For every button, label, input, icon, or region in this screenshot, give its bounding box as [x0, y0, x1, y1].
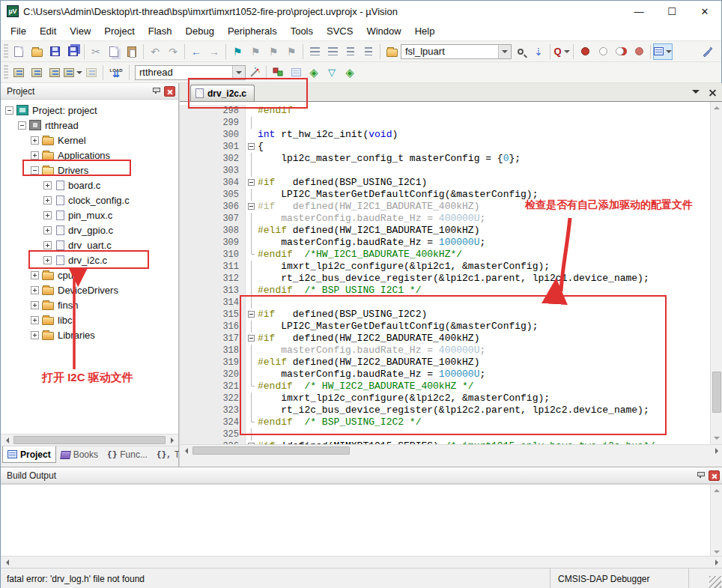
tree-item-drivers[interactable]: Drivers	[1, 163, 178, 178]
code-line-307[interactable]: 307 masterConfig.baudRate_Hz = 400000U;	[180, 213, 722, 225]
code-line-309[interactable]: 309 masterConfig.baudRate_Hz = 100000U;	[180, 237, 722, 249]
search-combo[interactable]: fsl_lpuart	[401, 44, 512, 59]
tab-list-dropdown[interactable]	[692, 90, 700, 97]
code-line-315[interactable]: 315#if defined(BSP_USING_I2C2)	[180, 309, 722, 321]
scroll-right-button[interactable]	[711, 445, 722, 456]
menu-help[interactable]: Help	[408, 22, 442, 40]
panel-tab-project[interactable]: Project	[2, 446, 56, 463]
menu-svcs[interactable]: SVCS	[320, 22, 360, 40]
expand-icon[interactable]	[43, 211, 52, 219]
select-packs-button[interactable]: ◈	[341, 64, 359, 81]
fold-margin[interactable]	[246, 392, 258, 404]
fold-margin[interactable]	[246, 345, 258, 357]
code-line-310[interactable]: 310#endif /*HW_I2C1_BADURATE_400kHZ*/	[180, 249, 722, 261]
expand-icon[interactable]	[31, 286, 39, 294]
bookmark-clear-all-button[interactable]: ⚑	[282, 43, 300, 60]
expand-icon[interactable]	[43, 181, 52, 190]
comment-button[interactable]	[342, 43, 360, 60]
paste-button[interactable]	[123, 43, 141, 60]
collapse-icon[interactable]	[5, 106, 13, 115]
translate-file-button[interactable]	[10, 64, 28, 81]
scroll-up-button[interactable]	[711, 102, 722, 113]
tree-item-pin-mux-c[interactable]: pin_mux.c	[1, 207, 178, 222]
tree-item-clock-config-c[interactable]: clock_config.c	[1, 193, 178, 207]
fold-margin[interactable]	[246, 273, 258, 285]
code-line-321[interactable]: 321#endif /* HW_I2C2_BADURATE_400kHZ */	[180, 381, 722, 392]
stop-build-button[interactable]	[82, 64, 100, 81]
code-line-302[interactable]: 302 lpi2c_master_config_t masterConfig =…	[180, 153, 722, 165]
fold-collapse-icon[interactable]	[248, 143, 255, 150]
menu-file[interactable]: File	[4, 22, 33, 40]
expand-icon[interactable]	[31, 271, 39, 279]
fold-margin[interactable]	[246, 285, 258, 297]
manage-rte-button[interactable]: ▽	[323, 64, 341, 81]
indent-button[interactable]	[306, 43, 324, 60]
code-line-304[interactable]: 304#if defined(BSP_USING_I2C1)	[180, 177, 722, 189]
menu-debug[interactable]: Debug	[179, 22, 221, 40]
code-line-316[interactable]: 316 LPI2C_MasterGetDefaultConfig(&master…	[180, 321, 722, 333]
bookmark-prev-button[interactable]: ⚑	[246, 43, 264, 60]
scroll-left-button[interactable]	[1, 557, 13, 568]
window-layout-button[interactable]	[653, 43, 673, 60]
tree-item-libc[interactable]: libc	[1, 312, 178, 327]
scroll-right-button[interactable]	[711, 557, 722, 568]
fold-margin[interactable]	[246, 237, 258, 249]
panel-tab-functions[interactable]: {}Func...	[103, 446, 152, 463]
code-line-319[interactable]: 319#elif defined(HW_I2C2_BADURATE_100kHZ…	[180, 357, 722, 369]
enable-disable-breakpoint-button[interactable]	[594, 43, 612, 60]
scroll-thumb[interactable]	[13, 436, 166, 444]
search-combo-dropdown[interactable]	[498, 45, 511, 58]
pack-installer-button[interactable]: ◈	[305, 64, 323, 81]
batch-build-button[interactable]	[64, 64, 82, 81]
find-in-files-dialog-button[interactable]	[383, 43, 401, 60]
save-all-button[interactable]	[64, 43, 82, 60]
fold-margin[interactable]	[246, 404, 258, 416]
code-line-322[interactable]: 322 imxrt_lpi2c_configure(&lpi2c2, &mast…	[180, 392, 722, 404]
toolbar-drag-handle[interactable]	[4, 65, 8, 80]
fold-margin[interactable]	[246, 309, 258, 321]
scroll-right-button[interactable]	[166, 434, 178, 446]
code-line-303[interactable]: 303	[180, 165, 722, 177]
toolbar-drag-handle[interactable]	[4, 44, 8, 59]
target-combo-dropdown[interactable]	[232, 66, 245, 79]
fold-margin[interactable]	[246, 357, 258, 369]
open-file-button[interactable]	[28, 43, 46, 60]
configure-tools-button[interactable]	[699, 43, 717, 60]
navigate-back-button[interactable]: ←	[187, 43, 205, 60]
code-line-313[interactable]: 313#endif /* BSP USING I2C1 */	[180, 285, 722, 297]
code-line-324[interactable]: 324#endif /* BSP_USING_I2C2 */	[180, 416, 722, 428]
code-line-306[interactable]: 306#if defined(HW_I2C1_BADURATE_400kHZ)	[180, 201, 722, 213]
menu-flash[interactable]: Flash	[142, 22, 179, 40]
maximize-button[interactable]: ☐	[655, 1, 688, 22]
menu-edit[interactable]: Edit	[33, 22, 63, 40]
build-output-hscrollbar[interactable]	[1, 556, 722, 568]
minimize-button[interactable]: —	[622, 1, 655, 22]
fold-margin[interactable]	[246, 261, 258, 273]
code-line-311[interactable]: 311 imxrt_lpi2c_configure(&lpi2c1, &mast…	[180, 261, 722, 273]
new-file-button[interactable]	[10, 43, 28, 60]
scroll-left-button[interactable]	[180, 445, 192, 456]
resize-grip[interactable]	[709, 576, 721, 588]
disable-all-breakpoints-button[interactable]	[612, 43, 630, 60]
expand-icon[interactable]	[43, 256, 52, 264]
tree-item-drv-uart-c[interactable]: drv_uart.c	[1, 237, 178, 252]
collapse-icon[interactable]	[18, 121, 26, 130]
file-tab-drv-i2c[interactable]: drv_i2c.c	[190, 85, 255, 101]
build-button[interactable]	[28, 64, 46, 81]
fold-margin[interactable]	[246, 381, 258, 392]
scroll-down-button[interactable]	[711, 433, 722, 444]
kill-all-breakpoints-button[interactable]	[630, 43, 648, 60]
tree-item-drv-gpio-c[interactable]: drv_gpio.c	[1, 222, 178, 237]
fold-margin[interactable]	[246, 201, 258, 213]
target-combo[interactable]: rtthread	[135, 65, 246, 80]
code-line-299[interactable]: 299	[180, 117, 722, 129]
undo-button[interactable]: ↶	[146, 43, 164, 60]
fold-margin[interactable]	[246, 416, 258, 428]
panel-tab-books[interactable]: Books	[56, 446, 103, 463]
navigate-forward-button[interactable]: →	[205, 43, 223, 60]
redo-button[interactable]: ↷	[164, 43, 182, 60]
fold-margin[interactable]	[246, 165, 258, 177]
scroll-left-button[interactable]	[1, 434, 13, 446]
tree-item-cpu[interactable]: cpu	[1, 267, 178, 282]
expand-icon[interactable]	[31, 331, 39, 339]
